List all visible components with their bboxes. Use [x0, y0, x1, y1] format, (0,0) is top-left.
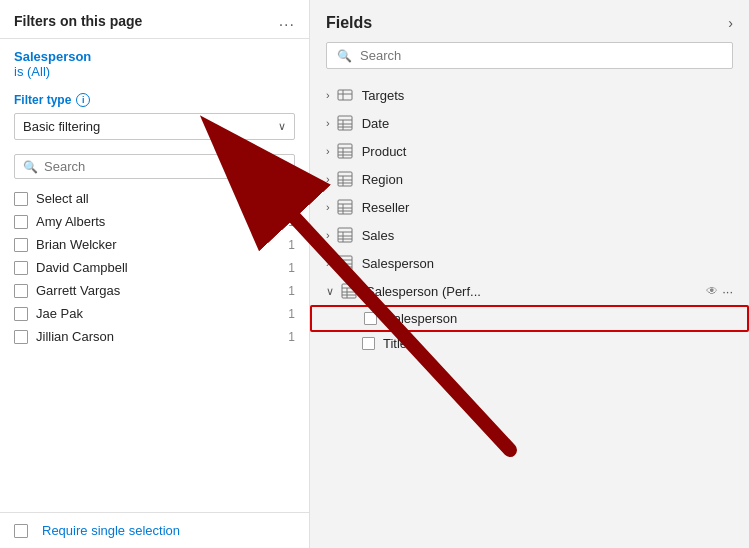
chevron-down-icon: ∨	[278, 120, 286, 133]
item-count: 1	[288, 284, 295, 298]
sub-item[interactable]: Salesperson	[310, 305, 749, 332]
field-group[interactable]: › Region	[310, 165, 749, 193]
sub-item-checkbox[interactable]	[362, 337, 375, 350]
filter-search-box[interactable]: 🔍	[14, 154, 295, 179]
item-checkbox[interactable]	[14, 192, 28, 206]
item-label: Brian Welcker	[36, 237, 284, 252]
chevron-right-icon: ›	[326, 201, 330, 213]
panel-footer: Require single selection	[0, 512, 309, 548]
item-checkbox[interactable]	[14, 261, 28, 275]
filter-info: Salesperson is (All)	[0, 39, 309, 85]
require-single-selection[interactable]: Require single selection	[14, 523, 295, 538]
item-count: 1	[288, 215, 295, 229]
fields-search-icon: 🔍	[337, 49, 352, 63]
field-name: Salesperson	[362, 256, 733, 271]
item-checkbox[interactable]	[14, 307, 28, 321]
list-item[interactable]: David Campbell1	[0, 256, 309, 279]
table-icon	[336, 226, 354, 244]
filter-items-list: Select allAmy Alberts1Brian Welcker1Davi…	[0, 183, 309, 512]
field-name: Targets	[362, 88, 733, 103]
svg-rect-8	[338, 144, 352, 158]
field-name: Product	[362, 144, 733, 159]
require-single-label: Require single selection	[42, 523, 180, 538]
field-group[interactable]: › Salesperson	[310, 249, 749, 277]
table-icon	[340, 282, 358, 300]
field-name: Salesperson (Perf...	[366, 284, 706, 299]
sub-item[interactable]: Title	[310, 332, 749, 355]
item-count: 1	[288, 307, 295, 321]
chevron-right-icon: ›	[326, 173, 330, 185]
more-icon[interactable]: ···	[722, 284, 733, 299]
filter-type-dropdown[interactable]: Basic filtering ∨	[14, 113, 295, 140]
fields-search-box[interactable]: 🔍	[326, 42, 733, 69]
svg-rect-18	[338, 200, 352, 214]
field-name: Reseller	[362, 200, 733, 215]
table-icon	[336, 142, 354, 160]
table-icon	[336, 86, 354, 104]
item-label: Jae Pak	[36, 306, 284, 321]
fields-search-input[interactable]	[360, 48, 722, 63]
chevron-right-icon[interactable]: ›	[728, 15, 733, 31]
panel-title: Filters on this page	[14, 13, 142, 29]
list-item[interactable]: Garrett Vargas1	[0, 279, 309, 302]
chevron-right-icon: ›	[326, 89, 330, 101]
list-item[interactable]: Select all	[0, 187, 309, 210]
item-label: Select all	[36, 191, 295, 206]
svg-rect-3	[338, 116, 352, 130]
table-icon	[336, 198, 354, 216]
sub-item-checkbox[interactable]	[364, 312, 377, 325]
svg-rect-28	[338, 256, 352, 270]
sub-item-label: Salesperson	[385, 311, 457, 326]
field-group[interactable]: › Reseller	[310, 193, 749, 221]
item-checkbox[interactable]	[14, 215, 28, 229]
filter-condition: is (All)	[14, 64, 295, 79]
eye-icon[interactable]: 👁	[706, 284, 718, 298]
filter-field-name: Salesperson	[14, 49, 295, 64]
svg-rect-33	[342, 284, 356, 298]
chevron-down-icon: ∨	[326, 285, 334, 298]
fields-header: Fields ›	[310, 0, 749, 42]
field-name: Sales	[362, 228, 733, 243]
field-group[interactable]: › Sales	[310, 221, 749, 249]
list-item[interactable]: Brian Welcker1	[0, 233, 309, 256]
search-icon: 🔍	[23, 160, 38, 174]
svg-rect-23	[338, 228, 352, 242]
field-group[interactable]: › Targets	[310, 81, 749, 109]
item-count: 1	[288, 261, 295, 275]
field-group[interactable]: › Product	[310, 137, 749, 165]
filter-search-input[interactable]	[44, 159, 286, 174]
item-checkbox[interactable]	[14, 330, 28, 344]
field-group[interactable]: ∨ Salesperson (Perf...👁···	[310, 277, 749, 305]
item-checkbox[interactable]	[14, 284, 28, 298]
more-options-icon[interactable]: ...	[279, 12, 295, 30]
require-single-checkbox[interactable]	[14, 524, 28, 538]
field-group[interactable]: › Date	[310, 109, 749, 137]
svg-rect-0	[338, 90, 352, 100]
item-label: Amy Alberts	[36, 214, 284, 229]
table-icon	[336, 170, 354, 188]
field-name: Region	[362, 172, 733, 187]
dropdown-text: Basic filtering	[23, 119, 100, 134]
field-name: Date	[362, 116, 733, 131]
panel-header: Filters on this page ...	[0, 0, 309, 39]
list-item[interactable]: Jae Pak1	[0, 302, 309, 325]
filter-type-label: Filter type i	[14, 93, 295, 107]
table-icon	[336, 114, 354, 132]
chevron-right-icon: ›	[326, 117, 330, 129]
item-count: 1	[288, 238, 295, 252]
item-count: 1	[288, 330, 295, 344]
list-item[interactable]: Amy Alberts1	[0, 210, 309, 233]
list-item[interactable]: Jillian Carson1	[0, 325, 309, 348]
info-icon[interactable]: i	[76, 93, 90, 107]
item-label: Jillian Carson	[36, 329, 284, 344]
chevron-right-icon: ›	[326, 257, 330, 269]
item-label: Garrett Vargas	[36, 283, 284, 298]
fields-list: › Targets› Date› Product› Region›	[310, 79, 749, 548]
chevron-right-icon: ›	[326, 229, 330, 241]
fields-panel: Fields › 🔍 › Targets› Date› Product›	[310, 0, 749, 548]
filter-type-section: Filter type i Basic filtering ∨	[0, 85, 309, 146]
svg-rect-13	[338, 172, 352, 186]
chevron-right-icon: ›	[326, 145, 330, 157]
item-checkbox[interactable]	[14, 238, 28, 252]
fields-title: Fields	[326, 14, 372, 32]
